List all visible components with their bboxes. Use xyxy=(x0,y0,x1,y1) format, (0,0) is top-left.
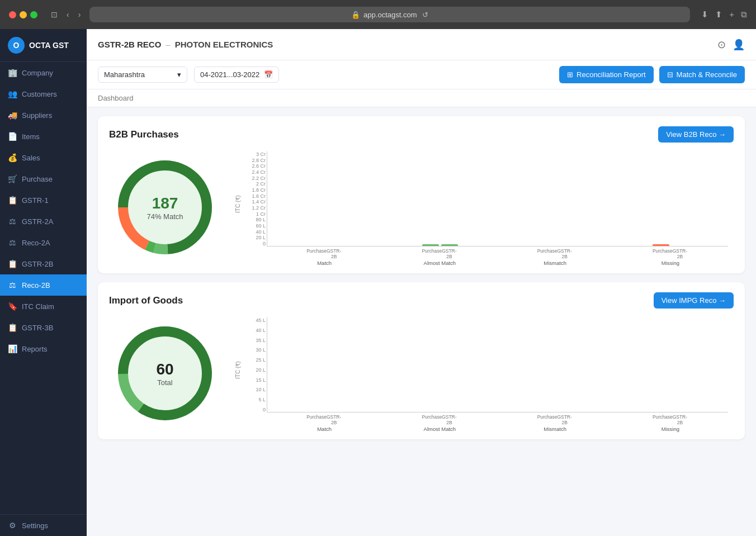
sidebar-item-purchase[interactable]: 🛒 Purchase xyxy=(0,168,87,189)
b2b-donut-label: 74% Match xyxy=(147,212,183,221)
view-impg-reco-button[interactable]: View IMPG Reco → xyxy=(654,292,734,309)
sidebar-toggle-icon[interactable]: ⊡ xyxy=(49,9,60,20)
b2b-donut-chart: 187 74% Match xyxy=(109,151,221,263)
b2b-bar-group-missing xyxy=(613,244,728,246)
sidebar-item-items[interactable]: 📄 Items xyxy=(0,126,87,147)
suppliers-icon: 🚚 xyxy=(8,111,17,120)
settings-icon: ⚙ xyxy=(8,521,17,530)
b2b-x-group-missing: Purchase GSTR-2B Missing xyxy=(613,246,728,263)
sidebar-item-suppliers[interactable]: 🚚 Suppliers xyxy=(0,105,87,126)
impg-x-group-match: Purchase GSTR-2B Match xyxy=(267,412,382,429)
sidebar-logo: O OCTA GST xyxy=(0,29,87,62)
sidebar-label-suppliers: Suppliers xyxy=(22,111,52,120)
address-bar[interactable]: 🔒 app.octagst.com ↺ xyxy=(89,7,690,22)
b2b-donut-number: 187 xyxy=(147,195,183,212)
sidebar-label-gstr2b: GSTR-2B xyxy=(22,260,53,268)
header-separator: – xyxy=(166,40,170,49)
browser-controls: ⊡ ‹ › xyxy=(49,9,83,20)
browser-actions: ⬇ ⬆ + ⧉ xyxy=(701,10,747,20)
b2b-x-axis-labels: Purchase GSTR-2B Match Purchase GSTR-2B xyxy=(267,246,728,263)
sidebar-item-reco2a[interactable]: ⚖ Reco-2A xyxy=(0,232,87,253)
sidebar-label-gstr1: GSTR-1 xyxy=(22,196,49,205)
user-icon[interactable]: 👤 xyxy=(733,39,745,51)
match-reconcile-button[interactable]: ⊟ Match & Reconcile xyxy=(659,66,745,83)
sidebar-label-gstr2a: GSTR-2A xyxy=(22,217,53,226)
sidebar-label-itcclaim: ITC Claim xyxy=(22,302,54,311)
new-tab-icon[interactable]: + xyxy=(729,10,734,20)
url-text: app.octagst.com xyxy=(363,11,417,19)
b2b-x-group-almost-match: Purchase GSTR-2B Almost Match xyxy=(382,246,497,263)
header-title-group: GSTR-2B RECO – PHOTON ELECTRONICS xyxy=(98,40,273,49)
sidebar-label-items: Items xyxy=(22,132,40,141)
sidebar-item-customers[interactable]: 👥 Customers xyxy=(0,83,87,105)
gstr2a-icon: ⚖ xyxy=(8,217,17,226)
b2b-bar-missing-purchase xyxy=(653,244,669,246)
impg-x-group-missing: Purchase GSTR-2B Missing xyxy=(613,412,728,429)
gstr2b-icon: 📋 xyxy=(8,259,17,268)
reconciliation-report-button[interactable]: ⊞ Reconciliation Report xyxy=(559,66,654,83)
impg-y-axis-title: ITC (₹) xyxy=(235,368,241,379)
sidebar-item-settings[interactable]: ⚙ Settings xyxy=(0,515,87,536)
traffic-lights xyxy=(9,11,37,18)
header-module-title: GSTR-2B RECO xyxy=(98,40,161,49)
items-icon: 📄 xyxy=(8,132,17,141)
b2b-bar-almost-gstr2b xyxy=(441,244,458,246)
impg-donut-label: Total xyxy=(156,378,173,387)
sidebar-item-gstr2b[interactable]: 📋 GSTR-2B xyxy=(0,253,87,274)
impg-chart-area: 60 Total ITC (₹) 45 L 40 L 35 L 3 xyxy=(109,317,734,429)
sidebar-item-reports[interactable]: 📊 Reports xyxy=(0,338,87,359)
sidebar-item-gstr2a[interactable]: ⚖ GSTR-2A xyxy=(0,211,87,232)
breadcrumb: Dashboard xyxy=(87,89,756,107)
sidebar-item-company[interactable]: 🏢 Company xyxy=(0,62,87,83)
traffic-light-yellow[interactable] xyxy=(20,11,27,18)
sidebar-label-settings: Settings xyxy=(22,521,48,530)
b2b-chart-area: 187 74% Match ITC (₹) 3 Cr 2.8 Cr xyxy=(109,151,734,263)
impg-y-axis-labels: 45 L 40 L 35 L 30 L 25 L 20 L 15 L 10 L … xyxy=(242,317,266,412)
impg-x-group-mismatch: Purchase GSTR-2B Mismatch xyxy=(498,412,613,429)
chevron-down-icon: ▾ xyxy=(177,70,181,79)
sidebar-bottom: ⚙ Settings xyxy=(0,514,87,536)
traffic-light-green[interactable] xyxy=(30,11,37,18)
header-icons: ⊙ 👤 xyxy=(717,39,745,51)
gstr1-icon: 📋 xyxy=(8,196,17,205)
reports-icon: 📊 xyxy=(8,344,17,353)
b2b-section-header: B2B Purchases View B2B Reco → xyxy=(109,126,734,143)
b2b-bar-chart: ITC (₹) 3 Cr 2.8 Cr 2.6 Cr 2.4 Cr 2.2 Cr… xyxy=(232,151,734,263)
b2b-section: B2B Purchases View B2B Reco → xyxy=(98,116,745,273)
toolbar-actions: ⊞ Reconciliation Report ⊟ Match & Reconc… xyxy=(559,66,745,83)
refresh-icon[interactable]: ↺ xyxy=(422,11,428,19)
download-icon[interactable]: ⬇ xyxy=(701,10,708,20)
logo-icon: O xyxy=(8,37,25,54)
impg-donut-center: 60 Total xyxy=(156,361,173,387)
traffic-light-red[interactable] xyxy=(9,11,16,18)
state-dropdown[interactable]: Maharashtra ▾ xyxy=(98,67,187,83)
sidebar-label-sales: Sales xyxy=(22,154,40,162)
forward-icon[interactable]: › xyxy=(76,9,83,20)
share-icon[interactable]: ⬆ xyxy=(715,10,722,20)
logo-text: OCTA GST xyxy=(29,41,69,50)
browser-chrome: ⊡ ‹ › 🔒 app.octagst.com ↺ ⬇ ⬆ + ⧉ xyxy=(0,0,756,29)
b2b-bar-group-almost-match xyxy=(382,244,498,246)
view-b2b-reco-button[interactable]: View B2B Reco → xyxy=(658,126,734,143)
date-range-picker[interactable]: 04-2021...03-2022 📅 xyxy=(194,67,279,83)
itcclaim-icon: 🔖 xyxy=(8,302,17,311)
main-content: GSTR-2B RECO – PHOTON ELECTRONICS ⊙ 👤 Ma… xyxy=(87,29,756,536)
state-value: Maharashtra xyxy=(104,70,145,79)
sidebar-item-reco2b[interactable]: ⚖ Reco-2B xyxy=(0,274,87,296)
impg-section: Import of Goods View IMPG Reco → xyxy=(98,282,745,439)
impg-x-axis-labels: Purchase GSTR-2B Match Purchase GSTR-2B xyxy=(267,412,728,429)
sidebar-item-gstr3b[interactable]: 📋 GSTR-3B xyxy=(0,317,87,338)
tabs-icon[interactable]: ⧉ xyxy=(741,10,747,20)
sidebar-item-itcclaim[interactable]: 🔖 ITC Claim xyxy=(0,296,87,317)
app-header: GSTR-2B RECO – PHOTON ELECTRONICS ⊙ 👤 xyxy=(87,29,756,60)
sidebar-item-gstr1[interactable]: 📋 GSTR-1 xyxy=(0,189,87,211)
back-icon[interactable]: ‹ xyxy=(64,9,72,20)
sidebar-label-reco2a: Reco-2A xyxy=(22,239,50,247)
impg-x-group-almost-match: Purchase GSTR-2B Almost Match xyxy=(382,412,497,429)
sidebar-label-gstr3b: GSTR-3B xyxy=(22,324,53,332)
avatar-icon[interactable]: ⊙ xyxy=(717,39,726,51)
b2b-y-axis-labels: 3 Cr 2.8 Cr 2.6 Cr 2.4 Cr 2.2 Cr 2 Cr 1.… xyxy=(242,151,266,246)
sidebar-item-sales[interactable]: 💰 Sales xyxy=(0,147,87,168)
toolbar: Maharashtra ▾ 04-2021...03-2022 📅 ⊞ Reco… xyxy=(87,60,756,89)
dashboard-content: B2B Purchases View B2B Reco → xyxy=(87,107,756,536)
